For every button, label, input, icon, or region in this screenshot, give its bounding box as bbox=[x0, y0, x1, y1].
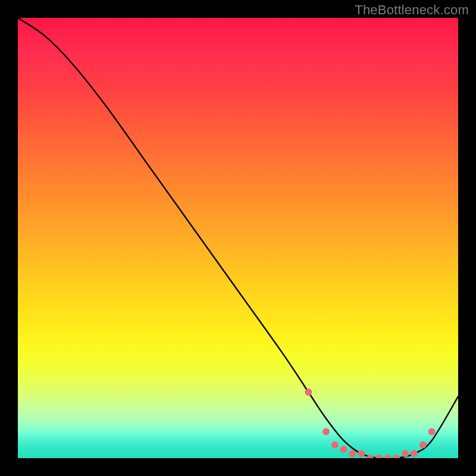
data-point bbox=[322, 428, 330, 436]
watermark-text: TheBottleneck.com bbox=[355, 2, 469, 18]
data-point bbox=[305, 389, 312, 396]
data-point bbox=[349, 450, 356, 458]
data-point bbox=[358, 450, 365, 458]
data-point bbox=[340, 446, 347, 453]
data-point bbox=[375, 455, 383, 458]
bottleneck-curve bbox=[18, 18, 458, 458]
data-point bbox=[411, 450, 418, 458]
data-point bbox=[367, 455, 374, 458]
data-point bbox=[428, 428, 436, 436]
data-point bbox=[419, 441, 427, 449]
sweet-spot-points bbox=[305, 389, 435, 458]
data-point bbox=[384, 455, 392, 458]
curve-layer bbox=[18, 18, 458, 458]
data-point bbox=[402, 450, 409, 458]
plot-area bbox=[18, 18, 458, 458]
data-point bbox=[331, 441, 339, 449]
data-point bbox=[393, 455, 400, 458]
chart-stage: TheBottleneck.com bbox=[0, 0, 476, 476]
